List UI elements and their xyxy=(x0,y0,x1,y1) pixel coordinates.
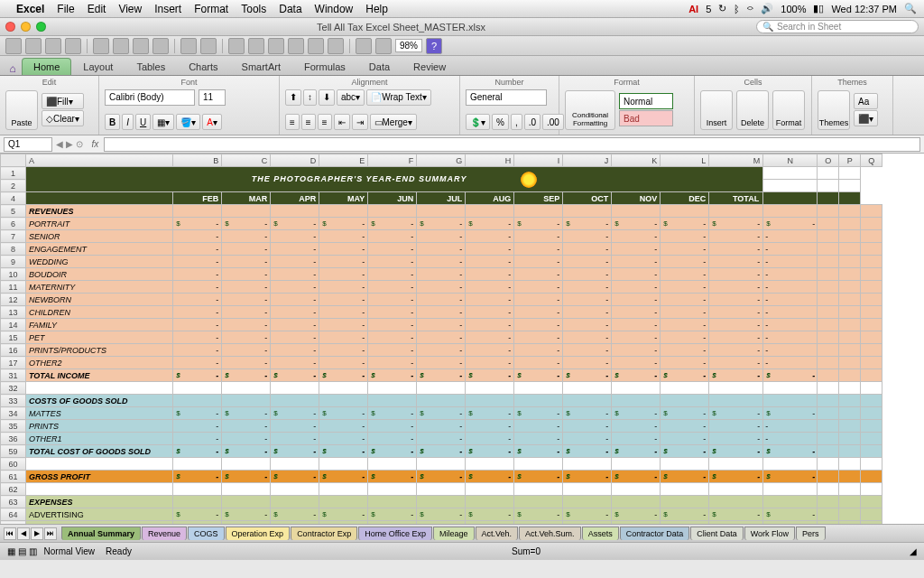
col-header[interactable]: I xyxy=(514,154,563,167)
sort-asc-icon[interactable] xyxy=(248,38,264,54)
new-icon[interactable] xyxy=(45,38,61,54)
number-format-select[interactable]: General xyxy=(466,89,547,106)
ribbon-tab-review[interactable]: Review xyxy=(402,58,457,75)
currency-button[interactable]: 💲▾ xyxy=(466,114,490,130)
search-input[interactable]: 🔍 Search in Sheet xyxy=(756,20,919,33)
theme-aa-button[interactable]: Aa xyxy=(854,93,878,109)
tab-prev-icon[interactable]: ◀ xyxy=(17,527,30,540)
autosum-icon[interactable] xyxy=(228,38,245,54)
style-normal[interactable]: Normal xyxy=(619,93,673,109)
ribbon-tab-data[interactable]: Data xyxy=(357,58,402,75)
print-icon[interactable] xyxy=(65,38,81,54)
fill-button[interactable]: ⬛ Fill ▾ xyxy=(42,93,84,109)
col-header[interactable]: B xyxy=(173,154,222,167)
style-bad[interactable]: Bad xyxy=(619,110,673,126)
theme-colors-button[interactable]: ⬛▾ xyxy=(854,110,878,126)
help-icon[interactable]: ? xyxy=(426,38,442,54)
col-header[interactable]: Q xyxy=(861,154,882,167)
indent-dec-button[interactable]: ⇤ xyxy=(334,114,350,130)
col-header[interactable]: F xyxy=(368,154,417,167)
name-box[interactable]: Q1 xyxy=(4,137,52,152)
col-header[interactable]: H xyxy=(466,154,514,167)
nav-buttons[interactable]: ◀ ▶ ⊙ xyxy=(52,139,87,149)
ribbon-tab-home[interactable]: Home xyxy=(22,58,71,75)
underline-button[interactable]: U xyxy=(135,114,151,130)
sheet-tab[interactable]: Client Data xyxy=(690,527,744,540)
copy-icon[interactable] xyxy=(113,38,129,54)
sheet-tab[interactable]: Mileage xyxy=(433,527,475,540)
comma-button[interactable]: , xyxy=(511,114,522,130)
sync-icon[interactable]: ↻ xyxy=(718,3,726,14)
clear-button[interactable]: ◇ Clear ▾ xyxy=(42,110,84,126)
sheet-tab[interactable]: Assets xyxy=(582,527,619,540)
ribbon-tab-layout[interactable]: Layout xyxy=(71,58,125,75)
fx-icon[interactable] xyxy=(328,38,344,54)
merge-button[interactable]: ▭ Merge ▾ xyxy=(370,114,417,130)
sheet-tab[interactable]: Act.Veh. xyxy=(476,527,519,540)
ribbon-tab-charts[interactable]: Charts xyxy=(177,58,229,75)
minimize-icon[interactable] xyxy=(21,22,31,32)
format-painter-icon[interactable] xyxy=(152,38,169,54)
col-header[interactable]: K xyxy=(612,154,661,167)
app-name[interactable]: Excel xyxy=(16,3,44,15)
fill-color-button[interactable]: 🪣▾ xyxy=(176,114,200,130)
col-header[interactable]: N xyxy=(763,154,818,167)
ribbon-tab-tables[interactable]: Tables xyxy=(125,58,177,75)
menu-file[interactable]: File xyxy=(57,3,74,15)
fx-label[interactable]: fx xyxy=(87,139,105,149)
menu-tools[interactable]: Tools xyxy=(241,3,266,15)
sheet-tab[interactable]: Pers xyxy=(796,527,826,540)
worksheet-area[interactable]: ABCDEFGHIJKLMNOPQ1THE PHOTOGRAPHER'S YEA… xyxy=(0,154,924,524)
align-left-button[interactable]: ≡ xyxy=(285,114,300,130)
percent-button[interactable]: % xyxy=(492,114,509,130)
sheet-tab[interactable]: Contractor Data xyxy=(620,527,690,540)
volume-icon[interactable]: 🔊 xyxy=(761,3,773,14)
show-formulas-icon[interactable] xyxy=(356,38,372,54)
align-bot-button[interactable]: ⬇ xyxy=(319,89,335,106)
col-header[interactable]: C xyxy=(222,154,271,167)
align-mid-button[interactable]: ↕ xyxy=(303,89,317,106)
align-right-button[interactable]: ≡ xyxy=(318,114,332,130)
align-top-button[interactable]: ⬆ xyxy=(285,89,301,106)
sheet-tab[interactable]: Annual Summary xyxy=(61,527,141,540)
font-name-select[interactable]: Calibri (Body) xyxy=(105,89,195,106)
tab-first-icon[interactable]: ⏮ xyxy=(4,527,16,540)
open-icon[interactable] xyxy=(25,38,42,54)
menu-data[interactable]: Data xyxy=(279,3,301,15)
sheet-tab[interactable]: Revenue xyxy=(142,527,187,540)
sheet-tab[interactable]: Operation Exp xyxy=(226,527,291,540)
paste-icon[interactable] xyxy=(133,38,149,54)
status-resize-icon[interactable]: ◢ xyxy=(910,546,917,556)
menu-edit[interactable]: Edit xyxy=(88,3,106,15)
toolbox-icon[interactable] xyxy=(375,38,392,54)
col-header[interactable]: G xyxy=(417,154,466,167)
cond-format-button[interactable]: Conditional Formatting xyxy=(565,90,615,130)
zoom-select[interactable]: 98% xyxy=(395,39,422,52)
themes-button[interactable]: Themes xyxy=(818,90,850,130)
formula-input[interactable] xyxy=(104,137,920,152)
delete-button[interactable]: Delete xyxy=(736,90,769,130)
font-color-button[interactable]: A▾ xyxy=(202,114,222,130)
spotlight-icon[interactable]: 🔍 xyxy=(904,3,917,14)
font-size-select[interactable]: 11 xyxy=(199,89,226,106)
view-buttons[interactable]: ▦ ▤ ▥ xyxy=(7,546,37,556)
redo-icon[interactable] xyxy=(200,38,217,54)
col-header[interactable]: L xyxy=(661,154,709,167)
ribbon-tab-formulas[interactable]: Formulas xyxy=(292,58,357,75)
sheet-tab[interactable]: Work Flow xyxy=(744,527,795,540)
menu-format[interactable]: Format xyxy=(194,3,228,15)
ribbon-tab-smartart[interactable]: SmartArt xyxy=(230,58,292,75)
sheet-tab[interactable]: Home Office Exp xyxy=(358,527,432,540)
menu-window[interactable]: Window xyxy=(315,3,354,15)
italic-button[interactable]: I xyxy=(122,114,134,130)
undo-icon[interactable] xyxy=(180,38,197,54)
wifi-icon[interactable]: ⌔ xyxy=(747,4,753,14)
gallery-icon[interactable] xyxy=(308,38,324,54)
save-icon[interactable] xyxy=(5,38,22,54)
indent-inc-button[interactable]: ⇥ xyxy=(352,114,368,130)
sheet-tab[interactable]: Contractor Exp xyxy=(291,527,357,540)
col-header[interactable]: J xyxy=(563,154,612,167)
chart-icon[interactable] xyxy=(288,38,304,54)
align-center-button[interactable]: ≡ xyxy=(301,114,316,130)
col-header[interactable]: E xyxy=(319,154,368,167)
